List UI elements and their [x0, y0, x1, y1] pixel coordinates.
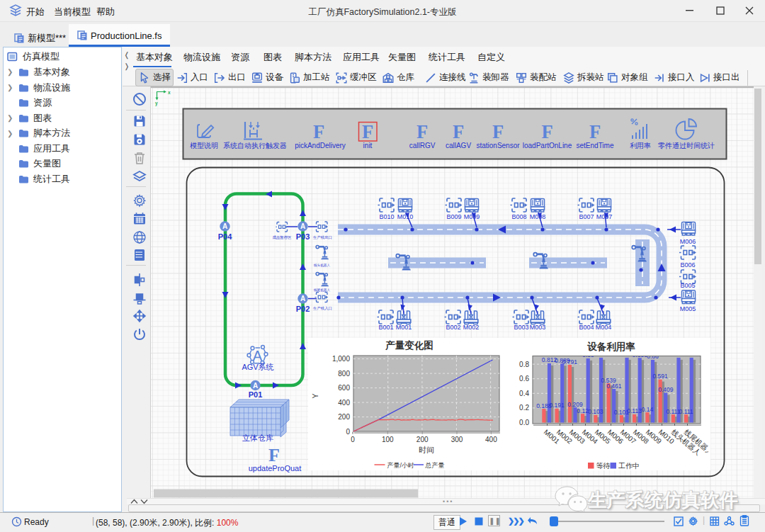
svg-text:F: F: [362, 121, 373, 142]
svg-text:P03: P03: [296, 232, 310, 241]
svg-text:B009: B009: [446, 213, 461, 220]
svg-text:300: 300: [451, 436, 463, 443]
svg-text:200: 200: [416, 436, 429, 443]
svg-text:B001: B001: [378, 324, 393, 331]
svg-text:M002: M002: [463, 324, 480, 331]
svg-text:y: y: [155, 101, 158, 106]
svg-text:0.191: 0.191: [549, 402, 565, 409]
svg-text:400: 400: [485, 436, 497, 443]
svg-text:F: F: [313, 121, 324, 142]
svg-text:P01: P01: [249, 390, 263, 399]
svg-text:x: x: [168, 90, 171, 95]
svg-text:P04: P04: [218, 232, 232, 241]
svg-text:0: 0: [351, 436, 355, 443]
svg-text:800: 800: [338, 370, 350, 378]
svg-text:1,000: 1,000: [332, 355, 350, 363]
svg-text:B010: B010: [379, 213, 394, 220]
svg-text:600: 600: [338, 384, 350, 392]
svg-text:立体仓库: 立体仓库: [242, 434, 273, 442]
svg-text:0.113: 0.113: [627, 407, 642, 414]
svg-text:B006: B006: [680, 261, 695, 268]
svg-text:B005: B005: [680, 282, 695, 289]
svg-text:AGV系统: AGV系统: [242, 363, 273, 371]
svg-text:等待: 等待: [596, 462, 611, 470]
svg-text:0.0: 0.0: [519, 419, 529, 426]
svg-text:M008: M008: [530, 213, 546, 220]
svg-text:0.111: 0.111: [679, 408, 693, 415]
svg-text:A: A: [222, 222, 227, 230]
svg-text:总产量: 总产量: [425, 462, 445, 469]
svg-text:0.8: 0.8: [519, 361, 529, 368]
svg-text:F: F: [268, 445, 280, 465]
svg-text:B007: B007: [579, 213, 594, 220]
svg-text:B008: B008: [511, 213, 526, 220]
svg-text:M004: M004: [596, 324, 612, 331]
svg-text:利用率: 利用率: [630, 142, 651, 149]
svg-text:pickAndDelivery: pickAndDelivery: [295, 142, 346, 149]
svg-text:A: A: [253, 348, 263, 363]
svg-text:F: F: [541, 121, 552, 142]
svg-text:系统自动执行触发器: 系统自动执行触发器: [223, 142, 287, 149]
svg-text:0.461: 0.461: [606, 383, 622, 390]
svg-text:Y: Y: [311, 393, 319, 398]
svg-text:0.409: 0.409: [658, 386, 674, 393]
svg-text:模型说明: 模型说明: [190, 142, 218, 149]
svg-text:0.6: 0.6: [519, 375, 529, 383]
svg-text:产量变化图: 产量变化图: [385, 339, 434, 351]
svg-text:时间: 时间: [419, 446, 434, 454]
svg-text:成品暂存区: 成品暂存区: [273, 235, 293, 240]
svg-text:0.4: 0.4: [519, 390, 529, 397]
svg-text:stationSensor: stationSensor: [476, 142, 520, 149]
svg-text:0.12: 0.12: [577, 407, 589, 414]
svg-text:callAGV: callAGV: [446, 142, 471, 149]
svg-text:M001: M001: [396, 324, 412, 331]
svg-text:A: A: [253, 382, 258, 390]
svg-text:M010: M010: [397, 213, 414, 220]
svg-text:工作中: 工作中: [618, 462, 640, 470]
svg-text:callRGV: callRGV: [409, 142, 436, 149]
svg-text:P02: P02: [296, 305, 310, 313]
svg-text:0.591: 0.591: [652, 373, 668, 380]
svg-text:0.14: 0.14: [642, 406, 654, 413]
svg-text:0.791: 0.791: [562, 358, 578, 366]
svg-text:updateProQuat: updateProQuat: [249, 464, 302, 472]
svg-text:400: 400: [338, 399, 350, 407]
svg-text:设备利用率: 设备利用率: [586, 341, 635, 352]
svg-text:setEndTime: setEndTime: [577, 142, 614, 149]
svg-text:生产线入口: 生产线入口: [313, 306, 332, 311]
svg-text:A: A: [300, 295, 305, 302]
svg-text:M003: M003: [530, 324, 546, 331]
svg-text:零件通过时间统计: 零件通过时间统计: [658, 142, 715, 149]
svg-text:0: 0: [346, 428, 350, 436]
svg-text:M007: M007: [596, 213, 613, 220]
svg-text:F: F: [416, 121, 428, 142]
svg-text:B003: B003: [514, 324, 528, 331]
svg-text:A: A: [300, 222, 305, 230]
svg-text:loadPartOnLine: loadPartOnLine: [523, 142, 572, 149]
svg-text:0.2: 0.2: [519, 404, 529, 412]
svg-text:init: init: [363, 142, 373, 149]
svg-text:生产线出口: 生产线出口: [313, 235, 332, 240]
svg-text:F: F: [492, 121, 504, 142]
svg-text:0.103: 0.103: [588, 408, 604, 415]
svg-text:线尾机器人: 线尾机器人: [313, 288, 330, 292]
svg-text:F: F: [453, 121, 464, 142]
svg-text:200: 200: [338, 413, 350, 421]
svg-text:100: 100: [382, 436, 394, 443]
svg-text:M006: M006: [680, 238, 696, 245]
svg-text:M005: M005: [680, 305, 696, 312]
svg-text:产量/小时: 产量/小时: [387, 462, 415, 469]
svg-text:F: F: [589, 121, 601, 142]
svg-text:B004: B004: [579, 324, 594, 331]
svg-text:M009: M009: [464, 213, 480, 220]
svg-text:B002: B002: [446, 324, 460, 331]
svg-text:线头机器人: 线头机器人: [313, 264, 330, 267]
